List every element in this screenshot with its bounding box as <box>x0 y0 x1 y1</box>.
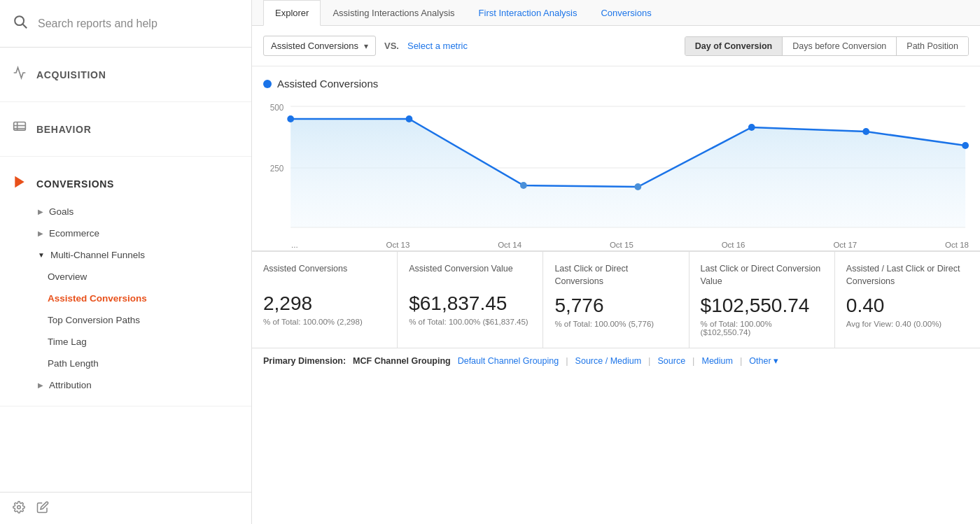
sidebar-item-acquisition[interactable]: ACQUISITION <box>0 57 251 92</box>
chart-container: 500 250 <box>263 98 969 238</box>
x-label-6: Oct 18 <box>945 241 969 249</box>
sidebar-item-attribution[interactable]: ▶ Attribution <box>25 374 251 396</box>
svg-point-19 <box>862 128 869 135</box>
conversions-icon <box>13 175 27 192</box>
settings-icon[interactable] <box>13 501 25 516</box>
metric-cell-conversion-value: Assisted Conversion Value $61,837.45 % o… <box>398 252 543 348</box>
svg-point-16 <box>520 182 527 189</box>
metrics-row: Assisted Conversions 2,298 % of Total: 1… <box>252 250 980 348</box>
primary-dimension-bar: Primary Dimension: MCF Channel Grouping … <box>252 348 980 373</box>
conversions-sub-nav: ▶ Goals ▶ Ecommerce ▼ Multi-Channel Funn… <box>0 201 251 396</box>
tab-first-interaction[interactable]: First Interaction Analysis <box>467 0 589 26</box>
other-label: Other <box>749 356 771 366</box>
search-icon <box>13 14 28 33</box>
sidebar-item-behavior[interactable]: BEHAVIOR <box>0 112 251 146</box>
behavior-label: BEHAVIOR <box>36 124 91 135</box>
tab-explorer[interactable]: Explorer <box>263 0 321 26</box>
btn-days-before-conversion[interactable]: Days before Conversion <box>783 37 897 55</box>
metric-cell-ratio: Assisted / Last Click or Direct Conversi… <box>835 252 980 348</box>
metric-label-1: Assisted Conversion Value <box>409 263 531 285</box>
vs-label: VS. <box>384 41 399 51</box>
svg-point-20 <box>962 142 969 149</box>
main-content: Explorer Assisting Interactions Analysis… <box>252 0 980 524</box>
search-bar[interactable]: Search reports and help <box>0 0 251 48</box>
tab-conversions[interactable]: Conversions <box>589 0 663 26</box>
sidebar-item-time-lag[interactable]: Time Lag <box>25 331 251 353</box>
svg-point-7 <box>18 506 21 509</box>
btn-path-position[interactable]: Path Position <box>897 37 968 55</box>
metric-dropdown[interactable]: Assisted Conversions ▾ <box>263 36 376 56</box>
primary-dim-other[interactable]: Other ▾ <box>749 355 778 366</box>
path-length-label: Path Length <box>48 358 99 369</box>
svg-point-15 <box>406 115 413 122</box>
primary-dim-default-channel[interactable]: Default Channel Grouping <box>458 356 559 366</box>
svg-text:250: 250 <box>270 164 284 174</box>
metric-cell-last-click: Last Click or Direct Conversions 5,776 %… <box>543 252 689 348</box>
primary-dim-source-medium[interactable]: Source / Medium <box>575 356 641 366</box>
nav-section-acquisition: ACQUISITION <box>0 48 251 102</box>
sidebar-item-multi-channel[interactable]: ▼ Multi-Channel Funnels <box>25 244 251 266</box>
sidebar-item-overview[interactable]: Overview <box>25 266 251 288</box>
x-label-5: Oct 17 <box>833 241 857 249</box>
x-label-2: Oct 14 <box>498 241 522 249</box>
x-label-3: Oct 15 <box>610 241 634 249</box>
controls-bar: Assisted Conversions ▾ VS. Select a metr… <box>252 26 980 66</box>
behavior-icon <box>13 120 27 138</box>
tabs-bar: Explorer Assisting Interactions Analysis… <box>252 0 980 26</box>
other-dropdown-icon: ▾ <box>774 355 778 366</box>
metric-value-1: $61,837.45 <box>409 292 531 315</box>
svg-point-18 <box>748 124 755 131</box>
metric-value-4: 0.40 <box>846 295 969 317</box>
edit-icon[interactable] <box>36 501 49 516</box>
metric-sub-2: % of Total: 100.00% (5,776) <box>554 320 677 328</box>
sidebar-item-ecommerce[interactable]: ▶ Ecommerce <box>25 222 251 244</box>
ecommerce-arrow-icon: ▶ <box>38 229 43 237</box>
metric-sub-0: % of Total: 100.00% (2,298) <box>263 318 386 326</box>
metric-value-0: 2,298 <box>263 292 386 315</box>
primary-dim-medium[interactable]: Medium <box>701 356 732 366</box>
conversions-label: CONVERSIONS <box>36 178 114 190</box>
sidebar-item-goals[interactable]: ▶ Goals <box>25 201 251 222</box>
tab-assisting-interactions[interactable]: Assisting Interactions Analysis <box>321 0 466 26</box>
sidebar-item-top-conversion-paths[interactable]: Top Conversion Paths <box>25 309 251 331</box>
chart-title: Assisted Conversions <box>263 78 969 90</box>
primary-dimension-label: Primary Dimension: <box>263 356 346 366</box>
sidebar-item-path-length[interactable]: Path Length <box>25 353 251 374</box>
sidebar-item-assisted-conversions[interactable]: Assisted Conversions <box>25 288 251 309</box>
btn-day-of-conversion[interactable]: Day of Conversion <box>685 37 783 55</box>
acquisition-label: ACQUISITION <box>36 69 106 80</box>
metric-cell-assisted-conversions: Assisted Conversions 2,298 % of Total: 1… <box>252 252 398 348</box>
metric-sub-1: % of Total: 100.00% ($61,837.45) <box>409 318 531 326</box>
x-label-1: Oct 13 <box>386 241 410 249</box>
svg-marker-13 <box>290 119 965 227</box>
sidebar-item-conversions[interactable]: CONVERSIONS <box>0 167 251 201</box>
assisted-conversions-nav-label: Assisted Conversions <box>48 293 147 304</box>
multi-channel-label: Multi-Channel Funnels <box>50 250 145 260</box>
top-conversion-paths-label: Top Conversion Paths <box>48 315 140 325</box>
svg-text:500: 500 <box>270 103 284 113</box>
overview-label: Overview <box>48 271 87 282</box>
primary-dim-source[interactable]: Source <box>657 356 685 366</box>
metric-dropdown-value: Assisted Conversions <box>271 41 358 51</box>
search-placeholder: Search reports and help <box>38 17 158 30</box>
select-metric-link[interactable]: Select a metric <box>407 41 468 51</box>
svg-point-17 <box>634 183 641 190</box>
metric-sub-3: % of Total: 100.00% ($102,550.74) <box>701 320 823 337</box>
time-lag-label: Time Lag <box>48 337 87 347</box>
metric-label-0: Assisted Conversions <box>263 263 386 285</box>
sidebar: Search reports and help ACQUISITION <box>0 0 252 524</box>
metric-sub-4: Avg for View: 0.40 (0.00%) <box>846 320 969 328</box>
goals-arrow-icon: ▶ <box>38 208 43 215</box>
svg-point-0 <box>15 16 24 25</box>
x-label-4: Oct 16 <box>722 241 746 249</box>
svg-marker-6 <box>15 176 24 188</box>
sidebar-bottom <box>0 492 251 524</box>
metric-label-4: Assisted / Last Click or Direct Conversi… <box>846 263 969 288</box>
acquisition-icon <box>13 66 27 83</box>
nav-section-conversions: CONVERSIONS ▶ Goals ▶ Ecommerce ▼ Multi-… <box>0 157 251 406</box>
attribution-label: Attribution <box>49 380 92 390</box>
metric-label-2: Last Click or Direct Conversions <box>554 263 677 288</box>
time-period-buttons: Day of Conversion Days before Conversion… <box>685 36 969 56</box>
x-axis-labels: ... Oct 13 Oct 14 Oct 15 Oct 16 Oct 17 O… <box>263 238 969 249</box>
metric-label-3: Last Click or Direct Conversion Value <box>701 263 823 288</box>
